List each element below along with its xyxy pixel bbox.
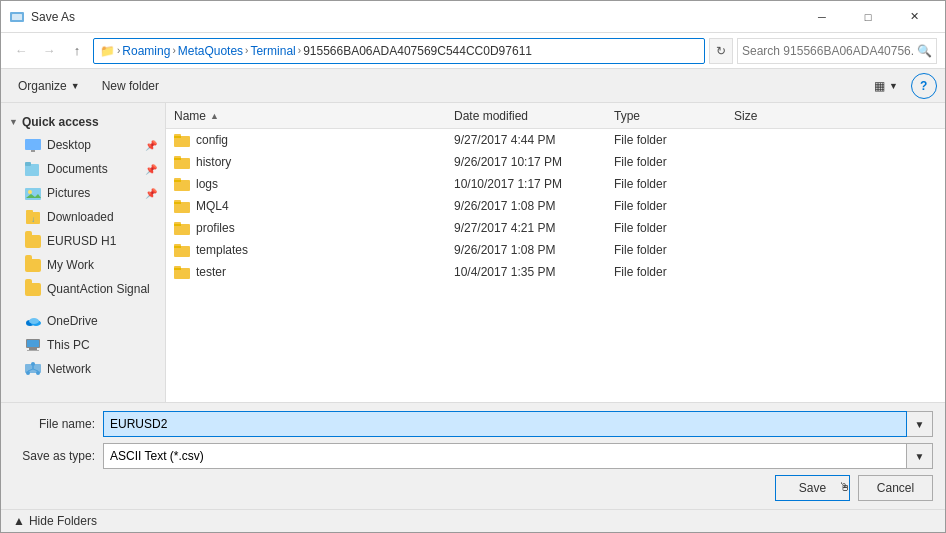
thispc-icon [25, 337, 41, 353]
sidebar-item-eurusd[interactable]: EURUSD H1 [1, 229, 165, 253]
view-button[interactable]: ▦ ▼ [865, 73, 907, 99]
sidebar-item-desktop[interactable]: Desktop 📌 [1, 133, 165, 157]
sidebar-eurusd-label: EURUSD H1 [47, 234, 116, 248]
sidebar-item-onedrive[interactable]: OneDrive [1, 309, 165, 333]
hide-folders-arrow-icon: ▲ [13, 514, 25, 528]
sidebar: ▼ Quick access Desktop 📌 Documents 📌 [1, 103, 166, 402]
col-name-header[interactable]: Name ▲ [166, 109, 446, 123]
maximize-button[interactable]: □ [845, 1, 891, 33]
sidebar-mywork-label: My Work [47, 258, 94, 272]
sidebar-item-network[interactable]: Network [1, 357, 165, 381]
save-label: Save [799, 481, 826, 495]
svg-point-14 [29, 318, 39, 324]
bottom-bar: File name: ▼ Save as type: ASCII Text (*… [1, 402, 945, 509]
sidebar-item-quantaction[interactable]: QuantAction Signal [1, 277, 165, 301]
cancel-label: Cancel [877, 481, 914, 495]
sidebar-item-mywork[interactable]: My Work [1, 253, 165, 277]
svg-rect-17 [29, 348, 37, 350]
file-row[interactable]: templates 9/26/2017 1:08 PM File folder [166, 239, 945, 261]
view-arrow-icon: ▼ [889, 81, 898, 91]
refresh-button[interactable]: ↻ [709, 38, 733, 64]
file-row[interactable]: history 9/26/2017 10:17 PM File folder [166, 151, 945, 173]
filename-dropdown-btn[interactable]: ▼ [907, 411, 933, 437]
hide-folders-label: Hide Folders [29, 514, 97, 528]
file-date-cell: 9/26/2017 1:08 PM [446, 199, 606, 213]
new-folder-button[interactable]: New folder [93, 73, 168, 99]
file-list-header: Name ▲ Date modified Type Size [166, 103, 945, 129]
svg-rect-16 [27, 340, 39, 347]
pin-icon-desktop: 📌 [145, 140, 157, 151]
svg-rect-43 [174, 246, 181, 248]
file-row[interactable]: config 9/27/2017 4:44 PM File folder [166, 129, 945, 151]
breadcrumb-bar[interactable]: 📁 › Roaming › MetaQuotes › Terminal › 91… [93, 38, 705, 64]
sidebar-item-downloaded[interactable]: ↓ Downloaded [1, 205, 165, 229]
file-row[interactable]: MQL4 9/26/2017 1:08 PM File folder [166, 195, 945, 217]
pin-icon-documents: 📌 [145, 164, 157, 175]
file-date-cell: 9/27/2017 4:21 PM [446, 221, 606, 235]
svg-rect-1 [12, 14, 22, 20]
svg-text:↓: ↓ [31, 215, 35, 224]
sidebar-item-thispc[interactable]: This PC [1, 333, 165, 357]
up-button[interactable]: ↑ [65, 39, 89, 63]
search-input[interactable] [742, 44, 913, 58]
breadcrumb-terminal[interactable]: Terminal [250, 44, 295, 58]
new-folder-label: New folder [102, 79, 159, 93]
quick-access-arrow-icon: ▼ [9, 117, 18, 127]
svg-rect-46 [174, 268, 181, 270]
svg-rect-31 [174, 158, 181, 160]
sidebar-onedrive-label: OneDrive [47, 314, 98, 328]
quick-access-label: Quick access [22, 115, 99, 129]
col-date-header[interactable]: Date modified [446, 109, 606, 123]
desktop-icon [25, 137, 41, 153]
breadcrumb-folder-icon: 📁 [100, 44, 115, 58]
main-content: ▼ Quick access Desktop 📌 Documents 📌 [1, 103, 945, 402]
file-row[interactable]: profiles 9/27/2017 4:21 PM File folder [166, 217, 945, 239]
file-date-cell: 10/4/2017 1:35 PM [446, 265, 606, 279]
organize-label: Organize [18, 79, 67, 93]
filename-input[interactable] [103, 411, 907, 437]
savetype-label: Save as type: [13, 449, 103, 463]
mywork-folder-icon [25, 257, 41, 273]
file-type-cell: File folder [606, 177, 726, 191]
svg-rect-7 [25, 188, 41, 200]
breadcrumb-roaming[interactable]: Roaming [122, 44, 170, 58]
minimize-button[interactable]: ─ [799, 1, 845, 33]
window-title: Save As [31, 10, 75, 24]
svg-point-23 [36, 371, 40, 375]
svg-point-8 [28, 190, 32, 194]
organize-button[interactable]: Organize ▼ [9, 73, 89, 99]
filename-label: File name: [13, 417, 103, 431]
breadcrumb-current: 915566BA06ADA407569C544CC0D97611 [303, 44, 532, 58]
pictures-icon [25, 185, 41, 201]
save-button[interactable]: Save 🖱 [775, 475, 850, 501]
quantaction-folder-icon [25, 281, 41, 297]
file-date-cell: 9/26/2017 10:17 PM [446, 155, 606, 169]
file-type-cell: File folder [606, 133, 726, 147]
col-size-header[interactable]: Size [726, 109, 806, 123]
close-button[interactable]: ✕ [891, 1, 937, 33]
sidebar-item-pictures[interactable]: Pictures 📌 [1, 181, 165, 205]
cancel-button[interactable]: Cancel [858, 475, 933, 501]
file-row[interactable]: logs 10/10/2017 1:17 PM File folder [166, 173, 945, 195]
hide-folders-button[interactable]: ▲ Hide Folders [13, 514, 97, 528]
savetype-dropdown-btn[interactable]: ▼ [907, 443, 933, 469]
file-row[interactable]: tester 10/4/2017 1:35 PM File folder [166, 261, 945, 283]
svg-point-22 [26, 371, 30, 375]
file-date-cell: 9/27/2017 4:44 PM [446, 133, 606, 147]
col-type-header[interactable]: Type [606, 109, 726, 123]
addressbar: ← → ↑ 📁 › Roaming › MetaQuotes › Termina… [1, 33, 945, 69]
quick-access-header[interactable]: ▼ Quick access [1, 111, 165, 133]
file-date-cell: 10/10/2017 1:17 PM [446, 177, 606, 191]
search-box[interactable]: 🔍 [737, 38, 937, 64]
help-button[interactable]: ? [911, 73, 937, 99]
breadcrumb-metaquotes[interactable]: MetaQuotes [178, 44, 243, 58]
forward-button[interactable]: → [37, 39, 61, 63]
organize-arrow-icon: ▼ [71, 81, 80, 91]
back-button[interactable]: ← [9, 39, 33, 63]
view-icon: ▦ [874, 79, 885, 93]
file-name-cell: logs [166, 177, 446, 191]
savetype-select[interactable]: ASCII Text (*.csv) [103, 443, 907, 469]
sidebar-item-documents[interactable]: Documents 📌 [1, 157, 165, 181]
file-name-cell: config [166, 133, 446, 147]
save-as-dialog: Save As ─ □ ✕ ← → ↑ 📁 › Roaming › MetaQu… [0, 0, 946, 533]
